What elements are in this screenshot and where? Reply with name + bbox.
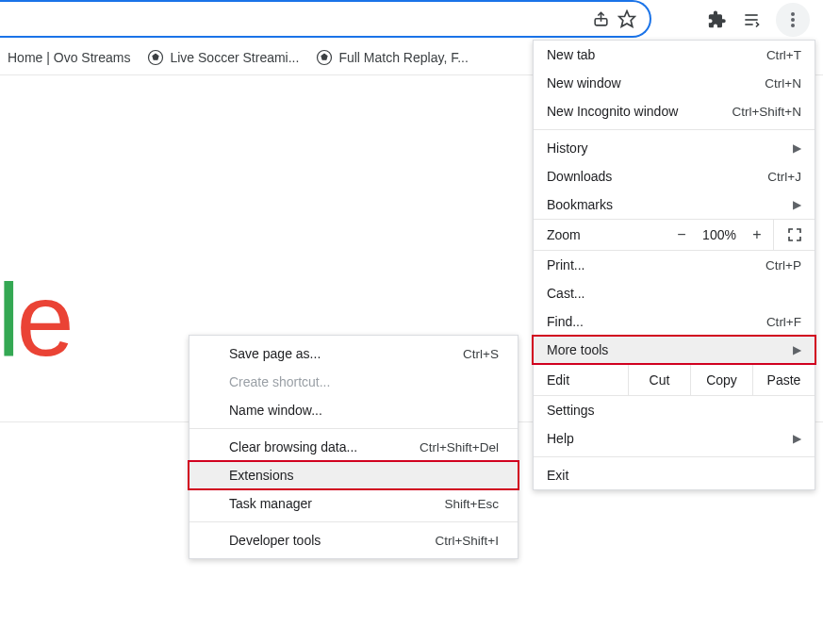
more-tools-submenu: Save page as... Ctrl+S Create shortcut..… [189, 335, 518, 559]
bookmark-label: Live Soccer Streami... [170, 50, 299, 65]
submenu-clear-data[interactable]: Clear browsing data... Ctrl+Shift+Del [189, 433, 518, 461]
menu-new-window[interactable]: New window Ctrl+N [534, 69, 815, 97]
kebab-menu-button[interactable] [776, 3, 810, 37]
zoom-in-button[interactable]: + [741, 226, 773, 243]
menu-bookmarks[interactable]: Bookmarks ▶ [534, 190, 815, 219]
reading-list-icon[interactable] [734, 3, 768, 37]
menu-print[interactable]: Print... Ctrl+P [534, 251, 815, 279]
menu-exit[interactable]: Exit [534, 461, 815, 489]
share-icon[interactable] [587, 6, 614, 32]
menu-new-incognito[interactable]: New Incognito window Ctrl+Shift+N [534, 97, 815, 125]
menu-edit: Edit Cut Copy Paste [534, 364, 815, 396]
svg-point-5 [791, 12, 795, 16]
zoom-value: 100% [698, 227, 741, 242]
bookmark-item[interactable]: Live Soccer Streami... [147, 49, 299, 66]
edit-paste-button[interactable]: Paste [752, 365, 815, 395]
svg-point-6 [791, 18, 795, 22]
browser-toolbar [0, 0, 823, 40]
chevron-right-icon: ▶ [793, 141, 801, 155]
svg-point-7 [791, 24, 795, 27]
menu-help[interactable]: Help ▶ [534, 424, 815, 453]
menu-separator [534, 129, 815, 130]
menu-downloads[interactable]: Downloads Ctrl+J [534, 162, 815, 190]
svg-marker-11 [321, 54, 327, 59]
google-logo-fragment: le [0, 259, 71, 379]
zoom-out-button[interactable]: − [666, 226, 698, 243]
submenu-name-window[interactable]: Name window... [189, 396, 518, 424]
menu-cast[interactable]: Cast... [534, 279, 815, 307]
chevron-right-icon: ▶ [793, 432, 801, 445]
menu-separator [189, 428, 518, 429]
menu-separator [534, 456, 815, 457]
menu-settings[interactable]: Settings [534, 396, 815, 424]
fullscreen-icon [787, 227, 802, 242]
chevron-right-icon: ▶ [793, 343, 801, 356]
submenu-extensions[interactable]: Extensions [189, 461, 518, 489]
menu-zoom: Zoom − 100% + [534, 219, 815, 251]
menu-new-tab[interactable]: New tab Ctrl+T [534, 41, 815, 69]
star-icon[interactable] [614, 6, 640, 32]
logo-letter-e: e [16, 261, 70, 377]
bookmark-item[interactable]: Home | Ovo Streams [8, 50, 130, 65]
main-menu: New tab Ctrl+T New window Ctrl+N New Inc… [533, 40, 815, 490]
edit-cut-button[interactable]: Cut [628, 365, 690, 395]
submenu-create-shortcut: Create shortcut... [189, 368, 518, 396]
bookmark-item[interactable]: Full Match Replay, F... [316, 49, 468, 66]
chevron-right-icon: ▶ [793, 198, 801, 211]
soccer-icon [147, 49, 164, 66]
bookmark-label: Home | Ovo Streams [8, 50, 130, 65]
edit-copy-button[interactable]: Copy [690, 365, 752, 395]
menu-separator [189, 521, 518, 522]
svg-marker-9 [153, 54, 158, 59]
submenu-dev-tools[interactable]: Developer tools Ctrl+Shift+I [189, 526, 518, 554]
address-bar[interactable] [0, 0, 651, 38]
extensions-puzzle-icon[interactable] [700, 3, 734, 37]
soccer-icon [316, 49, 333, 66]
menu-find[interactable]: Find... Ctrl+F [534, 307, 815, 336]
bookmark-label: Full Match Replay, F... [338, 50, 468, 65]
logo-letter-l: l [0, 261, 16, 377]
menu-history[interactable]: History ▶ [534, 134, 815, 162]
fullscreen-button[interactable] [773, 220, 815, 250]
menu-more-tools[interactable]: More tools ▶ [534, 336, 815, 364]
submenu-task-manager[interactable]: Task manager Shift+Esc [189, 489, 518, 518]
submenu-save-page[interactable]: Save page as... Ctrl+S [189, 339, 518, 368]
svg-marker-1 [619, 11, 635, 27]
